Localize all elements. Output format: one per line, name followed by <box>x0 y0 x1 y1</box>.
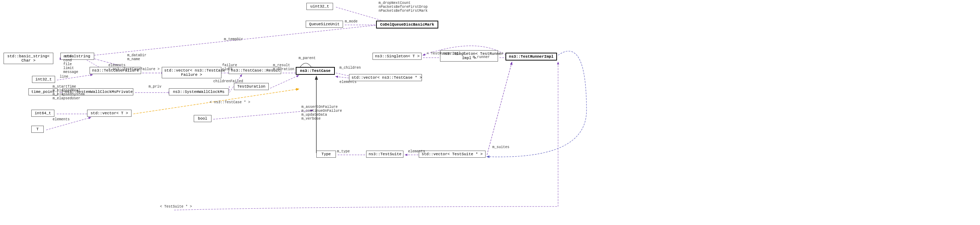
node-testrunnerimpl[interactable]: ns3::TestRunnerImpl <box>506 53 557 61</box>
node-std-vector-testcasefailure[interactable]: std::vector< ns3::TestCaseFailure > <box>162 67 221 78</box>
node-uint32-t[interactable]: uint32_t <box>306 3 333 10</box>
label-m-result-m-duration: m_resultm_duration <box>273 63 294 71</box>
label-m-dropnextcount-etc: m_dropNextCountnPacketsBeforeFirstDropnP… <box>379 1 428 13</box>
node-testcase[interactable]: ns3::TestCase <box>296 67 335 75</box>
label-failure-clock: failureclock <box>222 63 237 71</box>
node-std-vector-testcase-ptr[interactable]: std::vector< ns3::TestCase * > <box>349 74 422 81</box>
label-elements: elements <box>339 80 356 84</box>
node-singleton-T[interactable]: ns3::Singleton< T > <box>372 53 422 60</box>
node-type[interactable]: Type <box>317 151 336 158</box>
label-m-suites: m_suites <box>492 145 509 149</box>
node-int64-t[interactable]: int64_t <box>31 110 54 117</box>
label-m-parent: m_parent <box>299 56 316 60</box>
node-testsuite[interactable]: ns3::TestSuite <box>366 151 403 158</box>
label-m-priv: m_priv <box>149 85 161 89</box>
label-ns3-testcase-ptr: < ns3::TestCase * > <box>210 101 250 104</box>
svg-line-5 <box>270 75 299 88</box>
node-testduration[interactable]: TestDuration <box>234 83 269 90</box>
label-elements-testcasefailure: elements< ns3::TestCaseFailure > <box>108 63 160 71</box>
node-bool[interactable]: bool <box>194 115 212 122</box>
label-childrenfailed: childrenFailed <box>213 80 243 83</box>
label-elements-testsuite: elements <box>408 150 425 153</box>
label-testsuiteptr: < TestSuite * > <box>160 205 192 209</box>
label-m-mode: m_mode <box>345 19 358 24</box>
node-systemwallclockms[interactable]: ns3::SystemWallClockMs <box>169 88 229 96</box>
node-T[interactable]: T <box>31 126 44 133</box>
label-m-assert-etc: m_assertOnFailurem_continueOnFailurem_up… <box>301 105 342 121</box>
node-int32-t[interactable]: int32_t <box>32 76 55 83</box>
svg-line-19 <box>487 62 512 155</box>
label-m-tempdir: m_tempDir <box>224 37 243 41</box>
label-m-type: m_type <box>337 150 350 153</box>
node-codelqueuediscbasicmark[interactable]: CoDelQueueDiscBasicMark <box>376 21 438 29</box>
label-m-runner: m_runner <box>473 55 490 59</box>
label-testrunnerimpl-template: < TestRunnerImpl > <box>426 52 465 56</box>
svg-line-8 <box>213 110 313 119</box>
label-m-starttime-etc: m_startTimem_elapsedRealm_elapsedSystemm… <box>52 85 84 101</box>
diagram-container: std::basic_string<Char > std::string int… <box>0 0 980 225</box>
node-std-vector-T[interactable]: std::vector< T > <box>87 110 132 117</box>
node-std-vector-testsuite-ptr[interactable]: std::vector< TestSuite * > <box>419 151 485 158</box>
label-m-children: m_children <box>339 66 361 70</box>
label-m-datadir-m-name: m_dataDirm_name <box>127 53 146 61</box>
label-actual-cond-etc: actualcondfilelimitmessage <box>63 54 78 74</box>
label-elements-T: elements <box>52 118 70 121</box>
label-line: line <box>60 75 68 79</box>
node-queuesizeunit[interactable]: QueueSizeUnit <box>306 21 343 28</box>
edges-svg <box>0 0 980 225</box>
node-std-basic-string[interactable]: std::basic_string<Char > <box>3 53 53 64</box>
